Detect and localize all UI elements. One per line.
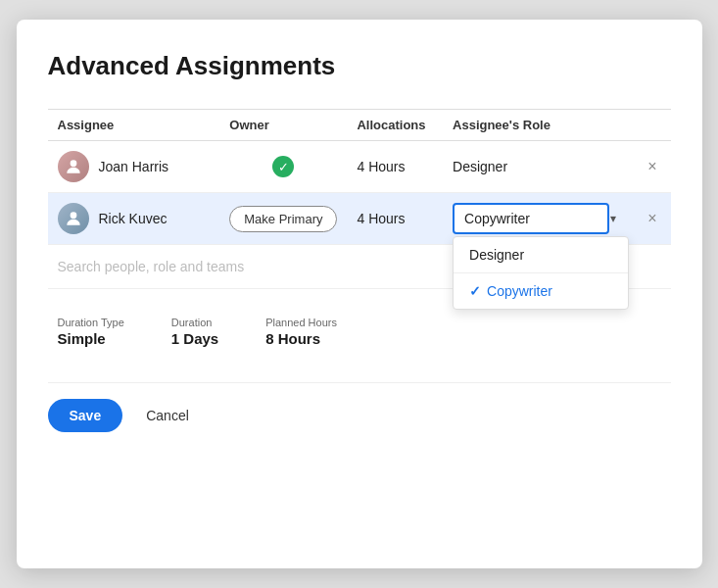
save-button[interactable]: Save: [48, 399, 123, 432]
role-dropdown-menu: Designer ✓ Copywriter: [453, 236, 629, 310]
col-header-owner: Owner: [219, 110, 347, 141]
dropdown-item-designer[interactable]: Designer: [454, 237, 628, 273]
role-value: Designer: [453, 159, 507, 174]
col-header-assignee: Assignee: [48, 110, 220, 141]
assignee-name: Rick Kuvec: [99, 211, 168, 226]
chevron-down-icon: ▾: [610, 212, 616, 225]
dropdown-item-copywriter[interactable]: ✓ Copywriter: [454, 273, 628, 309]
allocations-cell: 4 Hours: [347, 193, 443, 245]
planned-hours-value: 8 Hours: [265, 330, 337, 347]
search-cell[interactable]: Search people, role and teams: [48, 245, 348, 289]
assignee-name: Joan Harris: [99, 159, 169, 174]
role-select[interactable]: Copywriter Designer: [453, 203, 609, 234]
dropdown-item-label: Copywriter: [487, 283, 552, 299]
duration-label: Duration: [171, 317, 218, 328]
duration-type-value: Simple: [58, 330, 124, 347]
make-primary-button[interactable]: Make Primary: [229, 206, 337, 232]
col-header-allocations: Allocations: [347, 110, 443, 141]
cancel-button[interactable]: Cancel: [138, 399, 197, 432]
action-cell: ×: [634, 193, 670, 245]
duration-type-label: Duration Type: [58, 317, 124, 328]
actions-row: Save Cancel: [48, 382, 671, 432]
role-dropdown-cell: Copywriter Designer ▾ Designer ✓ Copywri…: [443, 193, 634, 245]
col-header-role: Assignee's Role: [443, 110, 634, 141]
duration-item: Duration 1 Days: [171, 317, 218, 347]
search-action-empty: [634, 245, 670, 289]
duration-type-item: Duration Type Simple: [58, 317, 124, 347]
remove-button[interactable]: ×: [644, 154, 660, 179]
role-dropdown-wrapper: Copywriter Designer ▾ Designer ✓ Copywri…: [453, 203, 624, 234]
table-row: Joan Harris ✓ 4 Hours Designer ×: [48, 141, 671, 193]
search-allocations-empty: [347, 245, 443, 289]
modal-title: Advanced Assignments: [48, 51, 671, 81]
action-cell: ×: [634, 141, 670, 193]
allocations-cell: 4 Hours: [347, 141, 443, 193]
search-placeholder: Search people, role and teams: [58, 259, 245, 274]
planned-hours-label: Planned Hours: [265, 317, 337, 328]
remove-button[interactable]: ×: [644, 206, 660, 231]
owner-cell: ✓: [219, 141, 347, 193]
col-header-action: [634, 110, 670, 141]
footer-info-row: Duration Type Simple Duration 1 Days Pla…: [48, 309, 671, 355]
assignments-table: Assignee Owner Allocations Assignee's Ro…: [48, 109, 671, 289]
assignee-cell: Rick Kuvec: [48, 193, 220, 245]
selected-check-icon: ✓: [469, 283, 481, 299]
advanced-assignments-modal: Advanced Assignments Assignee Owner Allo…: [17, 20, 702, 568]
svg-point-0: [70, 160, 76, 167]
planned-hours-item: Planned Hours 8 Hours: [265, 317, 337, 347]
svg-point-1: [70, 212, 76, 219]
owner-check-icon: ✓: [272, 156, 294, 177]
assignee-cell: Joan Harris: [48, 141, 220, 193]
avatar: [58, 203, 89, 234]
duration-value: 1 Days: [171, 330, 218, 347]
owner-cell: Make Primary: [219, 193, 347, 245]
table-row: Rick Kuvec Make Primary 4 Hours Copywrit…: [48, 193, 671, 245]
avatar: [58, 151, 89, 182]
dropdown-item-label: Designer: [469, 247, 524, 263]
role-cell: Designer: [443, 141, 634, 193]
